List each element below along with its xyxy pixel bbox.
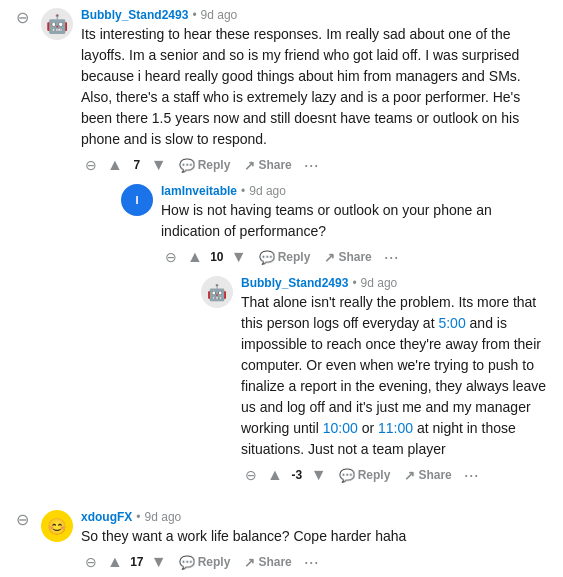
- comment-meta: Bubbly_Stand2493 • 9d ago: [241, 276, 551, 290]
- reply-label: Reply: [198, 555, 231, 569]
- reply-label: Reply: [358, 468, 391, 482]
- collapse-inline-button[interactable]: ⊖: [241, 466, 261, 484]
- more-button[interactable]: ···: [460, 466, 483, 484]
- timestamp: •: [352, 276, 356, 290]
- reply-icon: 💬: [259, 250, 275, 265]
- share-icon: ↗: [244, 555, 255, 570]
- upvote-button[interactable]: ▲: [183, 246, 207, 268]
- downvote-button[interactable]: ▼: [307, 464, 331, 486]
- comment-meta: Bubbly_Stand2493 • 9d ago: [81, 8, 551, 22]
- comment-body: Bubbly_Stand2493 • 9d ago That alone isn…: [241, 276, 551, 486]
- avatar: I: [121, 184, 153, 216]
- vote-count: -3: [289, 468, 305, 482]
- more-button[interactable]: ···: [300, 156, 323, 174]
- username[interactable]: xdougFX: [81, 510, 132, 524]
- reply-button[interactable]: 💬 Reply: [333, 466, 397, 485]
- share-label: Share: [418, 468, 451, 482]
- avatar: 😊: [41, 510, 73, 542]
- action-bar: ⊖ ▲ 10 ▼ 💬 Reply ↗: [161, 246, 551, 268]
- action-bar: ⊖ ▲ -3 ▼ 💬 Reply: [241, 464, 551, 486]
- share-icon: ↗: [244, 158, 255, 173]
- comment-body: xdougFX • 9d ago So they want a work lif…: [81, 510, 551, 577]
- upvote-button[interactable]: ▲: [103, 551, 127, 573]
- collapse-button[interactable]: ⊖: [12, 510, 33, 530]
- username[interactable]: IamInveitable: [161, 184, 237, 198]
- downvote-button[interactable]: ▼: [147, 551, 171, 573]
- comment-body: Bubbly_Stand2493 • 9d ago Its interestin…: [81, 8, 551, 502]
- share-icon: ↗: [324, 250, 335, 265]
- comment-meta: IamInveitable • 9d ago: [161, 184, 551, 198]
- reply-label: Reply: [278, 250, 311, 264]
- comment: 🤖 Bubbly_Stand2493 • 9d ago That alone i…: [201, 276, 551, 486]
- share-label: Share: [258, 555, 291, 569]
- action-bar: ⊖ ▲ 17 ▼ 💬 Reply ↗ Share ···: [81, 551, 551, 573]
- reply-button[interactable]: 💬 Reply: [173, 156, 237, 175]
- comment-text: So they want a work life balance? Cope h…: [81, 526, 551, 547]
- avatar: 🤖: [201, 276, 233, 308]
- action-bar: ⊖ ▲ 7 ▼ 💬 Reply ↗ Share ···: [81, 154, 551, 176]
- reply-button[interactable]: 💬 Reply: [173, 553, 237, 572]
- vote-count: 7: [129, 158, 145, 172]
- collapse-inline-button[interactable]: ⊖: [81, 553, 101, 571]
- comment-text: That alone isn't really the problem. Its…: [241, 292, 551, 460]
- comment-meta: xdougFX • 9d ago: [81, 510, 551, 524]
- comment-text: How is not having teams or outlook on yo…: [161, 200, 551, 242]
- share-button[interactable]: ↗ Share: [398, 466, 457, 485]
- timestamp: 9d ago: [145, 510, 182, 524]
- comment-body: IamInveitable • 9d ago How is not having…: [161, 184, 551, 494]
- share-label: Share: [338, 250, 371, 264]
- timestamp: •: [241, 184, 245, 198]
- timestamp: 9d ago: [201, 8, 238, 22]
- comment: I IamInveitable • 9d ago How is not havi…: [121, 184, 551, 494]
- reply-icon: 💬: [179, 158, 195, 173]
- reply-icon: 💬: [339, 468, 355, 483]
- share-button[interactable]: ↗ Share: [318, 248, 377, 267]
- comment-thread: ⊖ 🤖 Bubbly_Stand2493 • 9d ago Its intere…: [0, 0, 563, 577]
- avatar: 🤖: [41, 8, 73, 40]
- timestamp: 9d ago: [249, 184, 286, 198]
- vote-section: ▲ 17 ▼: [103, 551, 171, 573]
- share-button[interactable]: ↗ Share: [238, 156, 297, 175]
- comment-text: Its interesting to hear these responses.…: [81, 24, 551, 150]
- username[interactable]: Bubbly_Stand2493: [81, 8, 188, 22]
- downvote-button[interactable]: ▼: [227, 246, 251, 268]
- more-button[interactable]: ···: [300, 553, 323, 571]
- share-button[interactable]: ↗ Share: [238, 553, 297, 572]
- collapse-inline-button[interactable]: ⊖: [161, 248, 181, 266]
- username[interactable]: Bubbly_Stand2493: [241, 276, 348, 290]
- reply-label: Reply: [198, 158, 231, 172]
- share-label: Share: [258, 158, 291, 172]
- timestamp: •: [192, 8, 196, 22]
- vote-section: ▲ 7 ▼: [103, 154, 171, 176]
- nested-replies: I IamInveitable • 9d ago How is not havi…: [121, 184, 551, 494]
- timestamp: •: [136, 510, 140, 524]
- upvote-button[interactable]: ▲: [263, 464, 287, 486]
- comment: ⊖ 🤖 Bubbly_Stand2493 • 9d ago Its intere…: [12, 8, 551, 502]
- share-icon: ↗: [404, 468, 415, 483]
- timestamp: 9d ago: [361, 276, 398, 290]
- vote-section: ▲ 10 ▼: [183, 246, 251, 268]
- reply-icon: 💬: [179, 555, 195, 570]
- collapse-inline-button[interactable]: ⊖: [81, 156, 101, 174]
- vote-count: 10: [209, 250, 225, 264]
- reply-button[interactable]: 💬 Reply: [253, 248, 317, 267]
- downvote-button[interactable]: ▼: [147, 154, 171, 176]
- more-button[interactable]: ···: [380, 248, 403, 266]
- vote-section: ▲ -3 ▼: [263, 464, 331, 486]
- comment: ⊖ 😊 xdougFX • 9d ago So they want a work…: [12, 510, 551, 577]
- upvote-button[interactable]: ▲: [103, 154, 127, 176]
- nested-replies: 🤖 Bubbly_Stand2493 • 9d ago That alone i…: [201, 276, 551, 486]
- vote-count: 17: [129, 555, 145, 569]
- collapse-button[interactable]: ⊖: [12, 8, 33, 28]
